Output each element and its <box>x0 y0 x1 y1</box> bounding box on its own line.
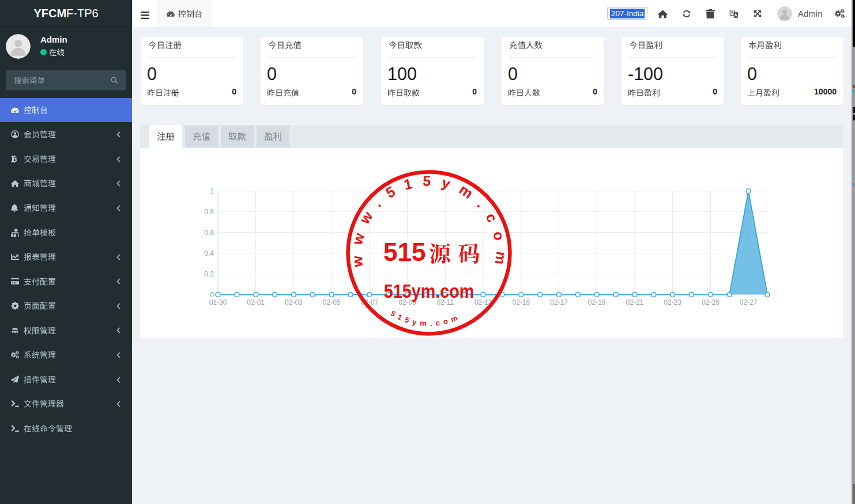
svg-text:02-23: 02-23 <box>664 298 681 306</box>
svg-text:02-25: 02-25 <box>702 298 720 306</box>
svg-text:515ym.com: 515ym.com <box>389 309 462 328</box>
svg-text:02-27: 02-27 <box>740 298 758 306</box>
svg-text:1: 1 <box>210 187 214 195</box>
svg-text:02-01: 02-01 <box>247 298 265 306</box>
svg-text:02-21: 02-21 <box>626 298 644 306</box>
svg-text:02-17: 02-17 <box>550 298 568 306</box>
svg-text:0.4: 0.4 <box>204 249 214 257</box>
svg-text:02-19: 02-19 <box>588 298 606 306</box>
svg-text:0.6: 0.6 <box>204 229 214 237</box>
svg-text:02-03: 02-03 <box>285 298 303 306</box>
svg-text:0: 0 <box>210 291 214 299</box>
svg-text:0.8: 0.8 <box>204 208 214 216</box>
svg-text:0.2: 0.2 <box>204 270 214 278</box>
svg-text:02-05: 02-05 <box>323 298 341 306</box>
svg-text:01-30: 01-30 <box>209 298 227 306</box>
